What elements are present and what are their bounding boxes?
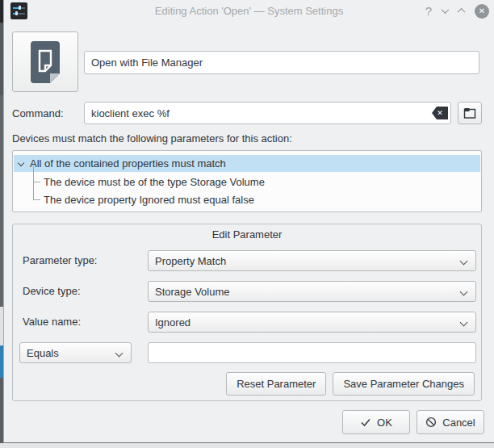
value-name-value: Ignored <box>155 316 190 329</box>
parameters-tree[interactable]: All of the contained properties must mat… <box>12 150 482 212</box>
edit-parameter-groupbox: Edit Parameter Parameter type: Property … <box>12 224 482 401</box>
tree-branch-tick <box>33 182 40 182</box>
cancel-icon <box>425 417 437 428</box>
chevron-down-icon <box>115 350 124 358</box>
parameter-type-dropdown[interactable]: Property Match <box>148 250 476 271</box>
folder-icon <box>463 107 477 119</box>
chevron-up-icon[interactable] <box>458 8 466 16</box>
value-name-dropdown[interactable]: Ignored <box>148 312 476 333</box>
tree-row-root[interactable]: All of the contained properties must mat… <box>14 155 480 172</box>
chevron-down-icon <box>460 257 468 266</box>
parameter-value-input[interactable] <box>148 342 476 363</box>
document-icon <box>27 40 63 85</box>
ok-button-label: OK <box>377 417 392 429</box>
ok-button[interactable]: OK <box>342 410 410 434</box>
action-icon-button[interactable] <box>12 31 78 92</box>
tree-row-child[interactable]: The device must be of the type Storage V… <box>44 174 265 191</box>
device-type-value: Storage Volume <box>155 286 230 298</box>
device-type-dropdown[interactable]: Storage Volume <box>148 281 476 302</box>
expander-chevron-icon[interactable] <box>18 160 24 166</box>
devices-caption: Devices must match the following paramet… <box>12 132 292 144</box>
help-icon[interactable]: ? <box>425 4 432 18</box>
chevron-down-icon <box>460 288 468 296</box>
tree-branch-tick <box>33 199 40 200</box>
operator-value: Equals <box>27 347 59 359</box>
titlebar-controls: ? ✕ <box>425 0 489 22</box>
tree-branch-line <box>33 165 34 200</box>
screen: Editing Action 'Open' — System Settings … <box>0 0 494 448</box>
window-title: Editing Action 'Open' — System Settings <box>4 0 494 22</box>
action-name-input[interactable] <box>84 51 479 74</box>
tree-root-label: All of the contained properties must mat… <box>30 157 226 170</box>
check-icon <box>360 417 371 427</box>
tree-row-child[interactable]: The device property Ignored must equal f… <box>44 191 254 208</box>
cancel-button-label: Cancel <box>442 417 475 429</box>
reset-parameter-button[interactable]: Reset Parameter <box>226 372 326 396</box>
chevron-down-icon <box>460 319 468 327</box>
parameter-type-label: Parameter type: <box>23 250 98 271</box>
background-bottom-strip <box>0 443 494 448</box>
operator-dropdown[interactable]: Equals <box>19 342 132 363</box>
command-label: Command: <box>12 107 64 120</box>
browse-file-button[interactable] <box>458 102 482 124</box>
device-type-label: Device type: <box>23 281 81 302</box>
cancel-button[interactable]: Cancel <box>417 410 484 434</box>
groupbox-title: Edit Parameter <box>13 228 481 241</box>
value-name-label: Value name: <box>23 312 81 333</box>
close-icon[interactable]: ✕ <box>475 4 489 19</box>
titlebar[interactable]: Editing Action 'Open' — System Settings … <box>4 0 494 22</box>
dialog-editing-action: Editing Action 'Open' — System Settings … <box>3 0 494 443</box>
chevron-down-icon[interactable] <box>442 6 450 14</box>
groupbox-buttons: Reset Parameter Save Parameter Changes <box>226 372 475 396</box>
parameter-type-value: Property Match <box>155 255 226 267</box>
save-parameter-button[interactable]: Save Parameter Changes <box>333 372 475 396</box>
command-input[interactable] <box>84 102 451 124</box>
